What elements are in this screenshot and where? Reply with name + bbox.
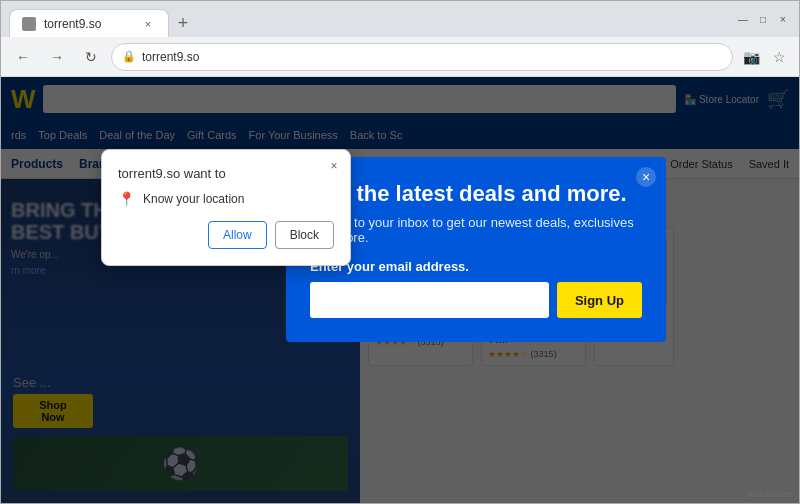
block-btn[interactable]: Block xyxy=(275,221,334,249)
window-controls: — □ × xyxy=(735,11,791,27)
tab-title: torrent9.so xyxy=(44,17,132,31)
popup-buttons: Allow Block xyxy=(118,221,334,249)
popup-close-btn[interactable]: × xyxy=(326,158,342,174)
lock-icon: 🔒 xyxy=(122,50,136,63)
email-input[interactable] xyxy=(310,282,549,318)
back-btn[interactable]: ← xyxy=(9,43,37,71)
forward-btn[interactable]: → xyxy=(43,43,71,71)
modal-subtitle: Add us to your inbox to get our newest d… xyxy=(310,215,642,245)
refresh-btn[interactable]: ↻ xyxy=(77,43,105,71)
toolbar: ← → ↻ 🔒 torrent9.so 📷 ☆ xyxy=(1,37,799,77)
camera-icon[interactable]: 📷 xyxy=(739,45,763,69)
modal-form: Sign Up xyxy=(310,282,642,318)
modal-close-btn[interactable]: × xyxy=(636,167,656,187)
signup-btn[interactable]: Sign Up xyxy=(557,282,642,318)
browser-frame: torrent9.so × + — □ × ← → ↻ 🔒 torrent9.s… xyxy=(0,0,800,504)
close-btn[interactable]: × xyxy=(775,11,791,27)
page-content: W 🏪Store Locator 🛒 rds Top Deals Deal of… xyxy=(1,77,799,503)
email-label: Enter your email address. xyxy=(310,259,642,274)
maximize-btn[interactable]: □ xyxy=(755,11,771,27)
new-tab-btn[interactable]: + xyxy=(169,9,197,37)
address-bar[interactable]: 🔒 torrent9.so xyxy=(111,43,733,71)
star-icon[interactable]: ☆ xyxy=(767,45,791,69)
location-text: Know your location xyxy=(143,192,244,206)
title-bar: torrent9.so × + — □ × xyxy=(1,1,799,37)
allow-btn[interactable]: Allow xyxy=(208,221,267,249)
minimize-btn[interactable]: — xyxy=(735,11,751,27)
address-text: torrent9.so xyxy=(142,50,722,64)
popup-title: torrent9.so want to xyxy=(118,166,334,181)
tab-area: torrent9.so × + xyxy=(9,1,727,37)
tab-favicon xyxy=(22,17,36,31)
toolbar-icons: 📷 ☆ xyxy=(739,45,791,69)
location-row: 📍 Know your location xyxy=(118,191,334,207)
location-pin-icon: 📍 xyxy=(118,191,135,207)
modal-title: t on the latest deals and more. xyxy=(310,181,642,207)
tab-close-btn[interactable]: × xyxy=(140,16,156,32)
location-permission-popup: × torrent9.so want to 📍 Know your locati… xyxy=(101,149,351,266)
active-tab[interactable]: torrent9.so × xyxy=(9,9,169,37)
